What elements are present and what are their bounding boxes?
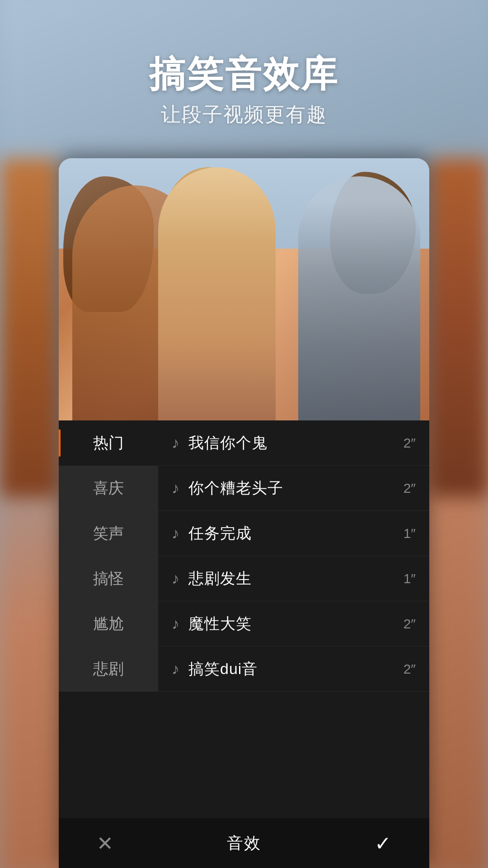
sound-name-5: 搞笑dui音 [188, 659, 394, 679]
category-item-hot[interactable]: 热门 [59, 420, 158, 466]
category-item-awkward[interactable]: 尴尬 [59, 601, 158, 646]
sub-title: 让段子视频更有趣 [0, 101, 488, 128]
category-item-tragedy[interactable]: 悲剧 [59, 646, 158, 692]
side-blur-left [0, 158, 59, 497]
check-icon: ✓ [375, 832, 391, 855]
confirm-button[interactable]: ✓ [337, 818, 429, 868]
sound-name-3: 悲剧发生 [188, 568, 394, 589]
sound-duration-2: 1″ [404, 526, 416, 541]
music-icon-5: ♪ [172, 660, 179, 678]
main-card: 热门 喜庆 笑声 搞怪 尴尬 悲剧 ♪ 我信你个鬼 2″ [59, 158, 429, 868]
sound-duration-0: 2″ [404, 435, 416, 451]
sound-duration-1: 2″ [404, 481, 416, 496]
sound-duration-4: 2″ [404, 616, 416, 632]
category-item-weird[interactable]: 搞怪 [59, 556, 158, 601]
sound-name-0: 我信你个鬼 [188, 433, 394, 453]
bottom-toolbar: ✕ 音效 ✓ [59, 818, 429, 868]
music-icon-4: ♪ [172, 615, 179, 632]
sound-item-5[interactable]: ♪ 搞笑dui音 2″ [158, 646, 429, 692]
video-photo [59, 158, 429, 420]
header-section: 搞笑音效库 让段子视频更有趣 [0, 54, 488, 128]
sound-item-1[interactable]: ♪ 你个糟老头子 2″ [158, 466, 429, 511]
music-icon-2: ♪ [172, 524, 179, 542]
main-title: 搞笑音效库 [0, 54, 488, 94]
music-icon-1: ♪ [172, 479, 179, 497]
sound-item-0[interactable]: ♪ 我信你个鬼 2″ [158, 420, 429, 466]
sound-item-4[interactable]: ♪ 魔性大笑 2″ [158, 601, 429, 646]
girl-figure-center [158, 167, 276, 420]
sound-list: ♪ 我信你个鬼 2″ ♪ 你个糟老头子 2″ ♪ 任务完成 1″ ♪ 悲剧发生 … [158, 420, 429, 692]
sound-name-4: 魔性大笑 [188, 613, 394, 634]
sound-name-1: 你个糟老头子 [188, 478, 394, 499]
toolbar-center-label: 音效 [151, 818, 337, 868]
sound-item-2[interactable]: ♪ 任务完成 1″ [158, 511, 429, 556]
side-blur-right [429, 158, 488, 497]
close-icon: ✕ [97, 832, 113, 855]
video-area [59, 158, 429, 420]
sound-duration-5: 2″ [404, 661, 416, 677]
sound-duration-3: 1″ [404, 571, 416, 586]
category-item-laughter[interactable]: 笑声 [59, 511, 158, 556]
sound-item-3[interactable]: ♪ 悲剧发生 1″ [158, 556, 429, 601]
toolbar-label-text: 音效 [227, 832, 261, 854]
sound-list-area: 热门 喜庆 笑声 搞怪 尴尬 悲剧 ♪ 我信你个鬼 2″ [59, 420, 429, 692]
close-button[interactable]: ✕ [59, 818, 151, 868]
girl-figure-right [298, 176, 420, 420]
category-sidebar: 热门 喜庆 笑声 搞怪 尴尬 悲剧 [59, 420, 158, 692]
music-icon-3: ♪ [172, 570, 179, 587]
sound-name-2: 任务完成 [188, 523, 394, 544]
music-icon-0: ♪ [172, 434, 179, 452]
category-item-festive[interactable]: 喜庆 [59, 466, 158, 511]
